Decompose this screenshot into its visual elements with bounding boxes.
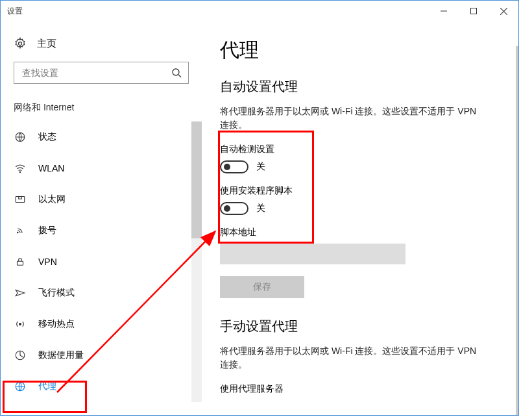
svg-rect-9 (16, 197, 25, 203)
svg-rect-12 (18, 261, 23, 265)
settings-window: 设置 主页 网络和 Intern (0, 0, 519, 416)
sidebar-scrollbar-thumb[interactable] (191, 121, 202, 238)
script-label: 使用安装程序脚本 (220, 185, 500, 197)
titlebar: 设置 (1, 1, 518, 21)
search-icon (171, 68, 182, 78)
sidebar-item-vpn[interactable]: VPN (1, 246, 202, 277)
use-proxy-label: 使用代理服务器 (220, 383, 500, 395)
window-title: 设置 (7, 6, 23, 17)
sidebar-item-label: 拨号 (38, 225, 56, 236)
auto-detect-block: 自动检测设置 关 (220, 144, 500, 173)
sidebar-item-label: WLAN (38, 163, 64, 173)
main-scrollbar[interactable] (516, 46, 518, 415)
sidebar-item-dialup[interactable]: 拨号 (1, 215, 202, 246)
sidebar-item-label: 数据使用量 (38, 349, 84, 361)
script-address-input (220, 244, 405, 264)
sidebar: 主页 网络和 Internet 状态 (1, 21, 202, 415)
globe-icon (14, 380, 27, 393)
svg-point-13 (19, 323, 21, 325)
svg-point-8 (19, 171, 21, 173)
wifi-icon (14, 162, 27, 175)
home-label: 主页 (37, 38, 56, 50)
sidebar-item-ethernet[interactable]: 以太网 (1, 184, 202, 215)
auto-detect-toggle[interactable] (220, 160, 248, 173)
page-title: 代理 (220, 37, 500, 64)
hotspot-icon (14, 318, 27, 331)
script-toggle[interactable] (220, 202, 248, 215)
toggle-knob (224, 205, 230, 212)
content-area: 主页 网络和 Internet 状态 (1, 21, 518, 415)
sidebar-item-label: 状态 (38, 131, 56, 143)
svg-point-5 (173, 69, 179, 75)
manual-proxy-desc: 将代理服务器用于以太网或 Wi-Fi 连接。这些设置不适用于 VPN 连接。 (220, 344, 486, 372)
auto-proxy-desc: 将代理服务器用于以太网或 Wi-Fi 连接。这些设置不适用于 VPN 连接。 (220, 105, 486, 132)
toggle-knob (224, 164, 230, 170)
sidebar-item-airplane[interactable]: 飞行模式 (1, 277, 202, 309)
sidebar-item-status[interactable]: 状态 (1, 121, 202, 153)
sidebar-item-proxy[interactable]: 代理 (1, 371, 202, 402)
close-button[interactable] (489, 1, 518, 21)
script-block: 使用安装程序脚本 关 (220, 185, 500, 215)
nav-list: 状态 WLAN 以太网 (1, 121, 202, 402)
sidebar-item-label: 移动热点 (38, 318, 75, 330)
maximize-button[interactable] (459, 1, 489, 21)
svg-point-4 (19, 42, 22, 45)
script-address-label: 脚本地址 (220, 227, 500, 238)
auto-proxy-heading: 自动设置代理 (220, 78, 500, 95)
minimize-button[interactable] (429, 1, 459, 21)
sidebar-scrollbar[interactable] (191, 121, 202, 402)
auto-detect-state: 关 (256, 161, 265, 173)
svg-point-11 (18, 232, 19, 233)
data-usage-icon (14, 349, 27, 362)
svg-rect-1 (471, 8, 477, 14)
script-state: 关 (256, 203, 265, 214)
sidebar-item-hotspot[interactable]: 移动热点 (1, 309, 202, 340)
save-button: 保存 (220, 276, 304, 298)
main-panel: 代理 自动设置代理 将代理服务器用于以太网或 Wi-Fi 连接。这些设置不适用于… (202, 21, 518, 415)
dialup-icon (14, 224, 27, 237)
sidebar-section-title: 网络和 Internet (1, 99, 202, 121)
home-button[interactable]: 主页 (1, 33, 202, 62)
status-icon (14, 131, 27, 144)
sidebar-item-datausage[interactable]: 数据使用量 (1, 340, 202, 371)
search-input[interactable] (21, 67, 171, 79)
svg-line-6 (178, 75, 181, 77)
ethernet-icon (14, 193, 27, 206)
sidebar-item-label: 飞行模式 (38, 287, 75, 299)
auto-detect-label: 自动检测设置 (220, 144, 500, 155)
search-box[interactable] (14, 62, 189, 84)
sidebar-item-label: VPN (38, 257, 57, 267)
airplane-icon (14, 286, 27, 299)
sidebar-item-label: 以太网 (38, 194, 66, 205)
svg-rect-10 (19, 197, 22, 199)
gear-icon (14, 37, 27, 50)
vpn-icon (14, 255, 27, 268)
manual-proxy-heading: 手动设置代理 (220, 318, 500, 335)
sidebar-item-label: 代理 (38, 381, 56, 392)
sidebar-item-wlan[interactable]: WLAN (1, 153, 202, 184)
